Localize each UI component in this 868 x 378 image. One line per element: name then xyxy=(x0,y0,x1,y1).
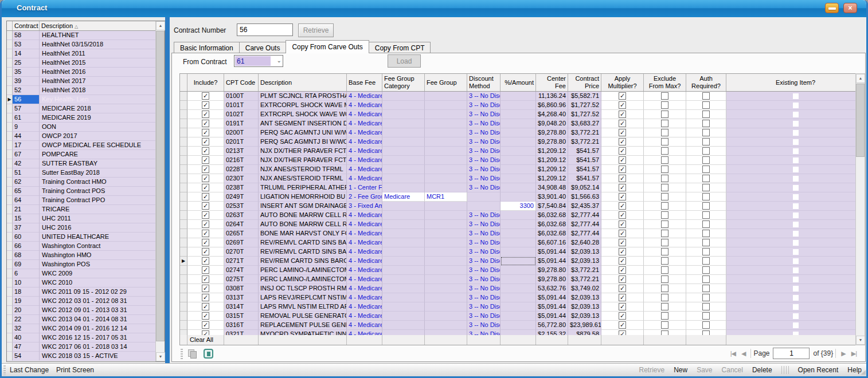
contract-list-row[interactable]: 20WKC 2012 09 01 - 2013 03 31 xyxy=(7,306,155,315)
apply-multiplier-checkbox[interactable]: ✓ xyxy=(619,294,626,301)
contract-price-cell[interactable]: $2,777.44 xyxy=(568,229,601,238)
exclude-from-max-checkbox[interactable] xyxy=(661,211,668,219)
tab-carve-outs[interactable]: Carve Outs xyxy=(239,42,287,53)
contract-description-cell[interactable]: POMPCARE xyxy=(40,150,155,159)
cpt-grid-row[interactable]: ✓0213TNJX DX/THER PARAVER FCT4 - Medicar… xyxy=(180,147,865,156)
fee-group-category-cell[interactable] xyxy=(382,247,425,257)
fee-group-category-cell[interactable] xyxy=(382,284,425,293)
center-fee-cell[interactable]: $5,091.44 xyxy=(536,257,568,266)
center-fee-cell[interactable]: $9,278.80 xyxy=(536,266,568,275)
contract-list-row[interactable]: 21TRICARE xyxy=(7,205,155,214)
contract-price-cell[interactable]: $3,772.21 xyxy=(568,275,601,284)
base-fee-cell[interactable]: 4 - Medicare xyxy=(347,266,382,275)
row-selector[interactable] xyxy=(180,312,187,321)
discount-method-cell[interactable]: 3 -- No Disco xyxy=(467,330,501,335)
row-selector[interactable] xyxy=(7,342,13,352)
contract-list-row[interactable]: 32WKC 2014 09 01 - 2016 12 14 xyxy=(7,324,155,333)
contract-list-row[interactable]: 51Sutter EastBay 2018 xyxy=(7,168,155,178)
include-checkbox[interactable]: ✓ xyxy=(202,321,209,329)
description-cell[interactable]: LIGATION HEMORRHOID BU xyxy=(259,192,347,202)
percent-amount-cell[interactable] xyxy=(501,137,536,147)
contract-number-cell[interactable]: 42 xyxy=(13,159,40,168)
panel-splitter[interactable] xyxy=(165,17,170,365)
exclude-from-max-checkbox[interactable] xyxy=(661,285,668,292)
fee-group-category-cell[interactable] xyxy=(382,119,425,128)
fee-group-cell[interactable] xyxy=(425,275,467,284)
cpt-code-cell[interactable]: 0313T xyxy=(224,293,259,302)
cpt-code-cell[interactable]: 0265T xyxy=(224,229,259,238)
center-fee-cell[interactable]: $9,278.80 xyxy=(536,128,568,137)
apply-multiplier-checkbox[interactable]: ✓ xyxy=(619,129,626,136)
column-header[interactable]: Contract Price xyxy=(568,74,601,91)
description-cell[interactable]: NJX ANES/STEROID TFRML xyxy=(259,174,347,183)
center-fee-cell[interactable]: 11,136.24 xyxy=(536,92,568,101)
include-checkbox[interactable]: ✓ xyxy=(202,156,209,164)
percent-amount-cell[interactable] xyxy=(501,238,536,247)
fee-group-category-cell[interactable] xyxy=(382,293,425,302)
auth-required-checkbox[interactable] xyxy=(702,257,710,265)
percent-amount-cell[interactable] xyxy=(501,302,536,312)
include-checkbox[interactable]: ✓ xyxy=(202,193,209,200)
contract-list-row[interactable]: 39HealthNet 2017 xyxy=(7,77,155,86)
cpt-grid-row[interactable]: ✓0228TNJX ANES/STEROID TFRML4 - Medicare… xyxy=(180,165,865,174)
scroll-down-icon[interactable]: ▼ xyxy=(156,352,165,361)
column-header[interactable]: Base Fee xyxy=(347,74,382,91)
row-selector[interactable] xyxy=(180,238,187,247)
center-fee-cell[interactable]: $9,278.80 xyxy=(536,275,568,284)
row-selector[interactable] xyxy=(7,150,13,159)
list-contract-column-header[interactable]: Contract xyxy=(13,21,40,30)
description-cell[interactable]: REMOVAL PULSE GENERATO xyxy=(259,312,347,321)
contract-number-cell[interactable]: 60 xyxy=(13,233,40,242)
tab-copy-from-carve-outs[interactable]: Copy From Carve Outs xyxy=(286,40,369,53)
last-change-button[interactable]: Last Change xyxy=(10,366,49,374)
exclude-from-max-checkbox[interactable] xyxy=(661,230,668,237)
description-cell[interactable]: REPLACEMENT PULSE GENE xyxy=(259,321,347,330)
row-selector[interactable] xyxy=(180,137,187,147)
contract-description-cell[interactable]: MEDICARE 2018 xyxy=(40,104,155,113)
fee-group-category-cell[interactable] xyxy=(382,330,425,335)
auth-required-checkbox[interactable] xyxy=(702,294,710,301)
fee-group-category-cell[interactable] xyxy=(382,220,425,229)
cpt-code-cell[interactable]: 0270T xyxy=(224,247,259,257)
fee-group-cell[interactable] xyxy=(425,92,467,101)
contract-description-cell[interactable]: UNITED HEALTHCARE xyxy=(40,233,155,242)
auth-required-checkbox[interactable] xyxy=(702,92,710,100)
percent-amount-cell[interactable] xyxy=(501,174,536,183)
fee-group-category-cell[interactable] xyxy=(382,183,425,192)
base-fee-cell[interactable]: 4 - Medicare xyxy=(347,110,382,119)
contract-list-row[interactable]: 64Training Contract PPO xyxy=(7,196,155,205)
description-cell[interactable]: EXTRCORPL SHOCK WAVE MS xyxy=(259,101,347,110)
contract-description-cell[interactable]: OWCP MEDICAL FEE SCHEDULE xyxy=(40,141,155,150)
row-selector[interactable] xyxy=(7,77,13,86)
fee-group-cell[interactable] xyxy=(425,321,467,330)
fee-group-category-cell[interactable] xyxy=(382,128,425,137)
contract-description-cell[interactable]: Washington HMO xyxy=(40,251,155,260)
auth-required-checkbox[interactable] xyxy=(702,211,710,219)
auth-required-checkbox[interactable] xyxy=(702,166,710,173)
auth-required-checkbox[interactable] xyxy=(702,175,710,182)
contract-price-cell[interactable]: $879.58 xyxy=(568,330,601,335)
contract-description-cell[interactable]: MEDICARE 2019 xyxy=(40,113,155,123)
row-selector[interactable] xyxy=(180,275,187,284)
discount-method-cell[interactable]: 3 -- No Disco xyxy=(467,128,501,137)
base-fee-cell[interactable]: 4 - Medicare xyxy=(347,247,382,257)
center-fee-cell[interactable]: $9,048.20 xyxy=(536,119,568,128)
prev-page-icon[interactable]: ◀ xyxy=(741,350,745,357)
row-selector[interactable] xyxy=(180,147,187,156)
description-cell[interactable]: NJX DX/THER PARAVER FCT xyxy=(259,156,347,165)
contract-description-cell[interactable]: Sutter EastBay 2018 xyxy=(40,168,155,178)
cpt-grid-row[interactable]: ✓0200TPERQ SAC AGMNTJ UNI W/WO4 - Medica… xyxy=(180,128,865,137)
row-selector[interactable] xyxy=(7,324,13,333)
first-page-icon[interactable]: |◀ xyxy=(730,350,736,357)
base-fee-cell[interactable]: 4 - Medicare xyxy=(347,174,382,183)
center-fee-cell[interactable]: 34,908.48 xyxy=(536,183,568,192)
percent-amount-cell[interactable]: 3300 xyxy=(501,202,536,211)
contract-description-cell[interactable]: WKC 2012 03 01 - 2012 08 31 xyxy=(40,297,155,306)
contract-description-cell[interactable]: HealthNet 2015 xyxy=(40,58,155,68)
column-header[interactable]: Apply Multiplier? xyxy=(601,74,644,91)
row-selector[interactable] xyxy=(7,40,13,49)
cpt-grid-row[interactable]: ✓0269TREV/REMVL CARTD SINS BAR4 - Medica… xyxy=(180,238,865,247)
description-cell[interactable]: TRLUML PERIPHERAL ATHER xyxy=(259,183,347,192)
contract-price-cell[interactable]: $541.57 xyxy=(568,165,601,174)
include-checkbox[interactable]: ✓ xyxy=(202,166,209,173)
